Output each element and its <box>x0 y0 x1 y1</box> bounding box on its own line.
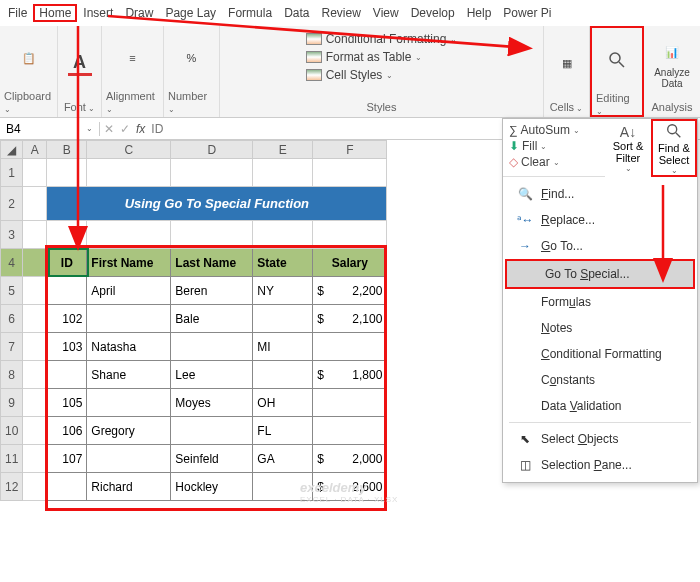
row-header[interactable]: 7 <box>1 333 23 361</box>
table-header[interactable]: Last Name <box>171 249 253 277</box>
cell[interactable]: 106 <box>47 417 87 445</box>
row-header[interactable]: 5 <box>1 277 23 305</box>
menu-data-validation[interactable]: Data Validation <box>503 393 697 419</box>
cell[interactable]: Richard <box>87 473 171 501</box>
confirm-icon[interactable]: ✓ <box>120 122 130 136</box>
cell[interactable]: FL <box>253 417 313 445</box>
cell[interactable]: MI <box>253 333 313 361</box>
menu-draw[interactable]: Draw <box>119 4 159 22</box>
cell[interactable]: $ 1,800 <box>313 361 387 389</box>
cell[interactable] <box>87 445 171 473</box>
clear-button[interactable]: ◇Clear ⌄ <box>509 155 560 169</box>
alignment-button[interactable]: ≡ <box>108 28 158 90</box>
menu-goto[interactable]: →Go To... <box>503 233 697 259</box>
menu-select-objects[interactable]: ⬉Select Objects <box>503 426 697 452</box>
menu-pagelayout[interactable]: Page Lay <box>159 4 222 22</box>
cell[interactable] <box>47 361 87 389</box>
cell[interactable]: 102 <box>47 305 87 333</box>
cell[interactable]: 107 <box>47 445 87 473</box>
menu-file[interactable]: File <box>2 4 33 22</box>
menu-home[interactable]: Home <box>33 4 77 22</box>
menu-data[interactable]: Data <box>278 4 315 22</box>
col-header-D[interactable]: D <box>171 141 253 159</box>
col-header-A[interactable]: A <box>23 141 47 159</box>
select-all-corner[interactable]: ◢ <box>1 141 23 159</box>
table-header[interactable]: ID <box>47 249 87 277</box>
fill-button[interactable]: ⬇Fill ⌄ <box>509 139 547 153</box>
cell[interactable]: $ 2,000 <box>313 445 387 473</box>
menu-formulas[interactable]: Formulas <box>503 289 697 315</box>
cell[interactable]: $ 2,600 <box>313 473 387 501</box>
cell[interactable]: Gregory <box>87 417 171 445</box>
menu-cond-format[interactable]: Conditional Formatting <box>503 341 697 367</box>
fx-icon[interactable]: fx <box>136 122 145 136</box>
menu-view[interactable]: View <box>367 4 405 22</box>
row-header[interactable]: 8 <box>1 361 23 389</box>
cell[interactable]: Lee <box>171 361 253 389</box>
col-header-F[interactable]: F <box>313 141 387 159</box>
row-header[interactable]: 3 <box>1 221 23 249</box>
cell[interactable]: GA <box>253 445 313 473</box>
row-header[interactable]: 4 <box>1 249 23 277</box>
cell[interactable] <box>253 305 313 333</box>
menu-formulas[interactable]: Formula <box>222 4 278 22</box>
cell[interactable] <box>253 473 313 501</box>
menu-notes[interactable]: Notes <box>503 315 697 341</box>
cell[interactable] <box>313 333 387 361</box>
cell[interactable]: 103 <box>47 333 87 361</box>
cell[interactable] <box>171 417 253 445</box>
name-box[interactable]: B4⌄ <box>0 122 100 136</box>
cell[interactable]: Beren <box>171 277 253 305</box>
row-header[interactable]: 2 <box>1 187 23 221</box>
col-header-C[interactable]: C <box>87 141 171 159</box>
menu-selection-pane[interactable]: ◫Selection Pane... <box>503 452 697 478</box>
cell[interactable]: $ 2,200 <box>313 277 387 305</box>
menu-insert[interactable]: Insert <box>77 4 119 22</box>
cell[interactable]: Seinfeld <box>171 445 253 473</box>
font-button[interactable]: A <box>55 34 105 96</box>
row-header[interactable]: 11 <box>1 445 23 473</box>
table-header[interactable]: State <box>253 249 313 277</box>
menu-powerpivot[interactable]: Power Pi <box>497 4 557 22</box>
cell[interactable]: Moyes <box>171 389 253 417</box>
cell[interactable]: Hockley <box>171 473 253 501</box>
cell-styles-button[interactable]: Cell Styles ⌄ <box>306 68 458 82</box>
number-button[interactable]: % <box>167 28 217 90</box>
cell[interactable] <box>87 389 171 417</box>
row-header[interactable]: 12 <box>1 473 23 501</box>
format-as-table-button[interactable]: Format as Table ⌄ <box>306 50 458 64</box>
formula-bar[interactable]: ID <box>151 122 163 136</box>
autosum-button[interactable]: ∑AutoSum ⌄ <box>509 123 580 137</box>
menu-help[interactable]: Help <box>461 4 498 22</box>
find-select-button[interactable]: Find & Select⌄ <box>651 119 697 177</box>
table-header[interactable]: Salary <box>313 249 387 277</box>
menu-goto-special[interactable]: Go To Special... <box>505 259 695 289</box>
menu-constants[interactable]: Constants <box>503 367 697 393</box>
conditional-formatting-button[interactable]: Conditional Formatting ⌄ <box>306 32 458 46</box>
cell[interactable] <box>313 417 387 445</box>
cell[interactable]: NY <box>253 277 313 305</box>
menu-replace[interactable]: ᵃ↔Replace... <box>503 207 697 233</box>
cell[interactable] <box>87 305 171 333</box>
menu-find[interactable]: 🔍Find... <box>503 181 697 207</box>
row-header[interactable]: 6 <box>1 305 23 333</box>
col-header-E[interactable]: E <box>253 141 313 159</box>
cell[interactable]: Bale <box>171 305 253 333</box>
cell[interactable]: $ 2,100 <box>313 305 387 333</box>
cell[interactable] <box>313 389 387 417</box>
cancel-icon[interactable]: ✕ <box>104 122 114 136</box>
row-header[interactable]: 10 <box>1 417 23 445</box>
row-header[interactable]: 9 <box>1 389 23 417</box>
cells-button[interactable]: ▦ <box>542 34 592 96</box>
menu-review[interactable]: Review <box>315 4 366 22</box>
cell[interactable]: Shane <box>87 361 171 389</box>
grid[interactable]: ◢ A B C D E F 1 2 Using Go To Special Fu… <box>0 140 387 501</box>
cell[interactable] <box>171 333 253 361</box>
cell[interactable]: OH <box>253 389 313 417</box>
title-cell[interactable]: Using Go To Special Function <box>47 187 387 221</box>
col-header-B[interactable]: B <box>47 141 87 159</box>
table-header[interactable]: First Name <box>87 249 171 277</box>
cell[interactable] <box>47 277 87 305</box>
row-header[interactable]: 1 <box>1 159 23 187</box>
cell[interactable]: 105 <box>47 389 87 417</box>
